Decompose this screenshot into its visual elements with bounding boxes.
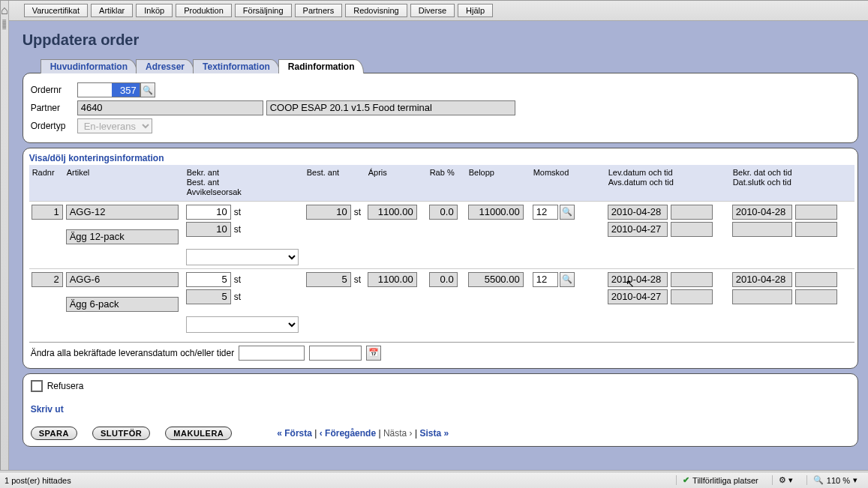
momskod-lookup-icon[interactable]: 🔍 xyxy=(560,272,575,287)
avvikelse-select[interactable] xyxy=(186,249,299,265)
momskod-lookup-icon[interactable]: 🔍 xyxy=(560,205,575,220)
pager-last[interactable]: Sista » xyxy=(419,428,449,439)
menu-partners[interactable]: Partners xyxy=(295,4,343,17)
tab-adresser[interactable]: Adresser xyxy=(136,59,194,73)
bulk-time-input[interactable] xyxy=(309,346,362,361)
avs-time xyxy=(671,222,713,237)
col-artikel: Artikel xyxy=(64,168,184,178)
tab-radinformation[interactable]: Radinformation xyxy=(278,59,365,73)
menu-forsaljning[interactable]: Försäljning xyxy=(235,4,292,17)
best-ant: 10 xyxy=(306,205,351,220)
zoom-icon[interactable]: 🔍 xyxy=(813,475,824,485)
col-bekr: Bekr. ant Best. ant Avvikelseorsak xyxy=(184,168,304,198)
col-momskod: Momskod xyxy=(530,168,605,178)
menu-redovisning[interactable]: Redovisning xyxy=(345,4,407,17)
order-header-panel: Ordernr 🔍 Partner 4640 COOP ESAP 20.1 v1… xyxy=(23,73,858,143)
tab-textinformation[interactable]: Textinformation xyxy=(193,59,280,73)
menu-produktion[interactable]: Produktion xyxy=(176,4,232,17)
lev-time-1 xyxy=(671,205,713,220)
artikel-desc: Ägg 6-pack xyxy=(66,297,179,312)
momskod-input[interactable] xyxy=(533,205,558,220)
lev-date-1: 2010-04-28 xyxy=(608,205,668,220)
unit-label: st xyxy=(234,224,241,235)
avvikelse-select[interactable] xyxy=(186,316,299,333)
radnr-value: 1 xyxy=(32,205,63,220)
calendar-icon[interactable]: 📅 xyxy=(366,346,381,361)
col-apris: Ápris xyxy=(365,168,427,178)
menu-artiklar[interactable]: Artiklar xyxy=(91,4,133,17)
bulk-date-input[interactable] xyxy=(239,346,305,361)
bekr-time-1 xyxy=(795,272,837,287)
slutk-time xyxy=(795,222,837,237)
pager-first[interactable]: « Första xyxy=(277,428,312,439)
avs-time xyxy=(671,289,713,304)
menu-diverse[interactable]: Diverse xyxy=(410,4,455,17)
page-title: Uppdatera order xyxy=(23,31,858,49)
footer-label: Ändra alla bekräftade leveransdatum och/… xyxy=(31,348,235,358)
unit-label: st xyxy=(354,207,361,217)
actions-panel: Refusera Skriv ut SPARA SLUTFÖR MAKULERA… xyxy=(23,373,858,447)
bekr-ant-input[interactable] xyxy=(186,272,231,287)
pager: « Första | ‹ Föregående | Nästa › | Sist… xyxy=(277,428,449,439)
radnr-value: 2 xyxy=(32,272,63,287)
best-ant-small: 5 xyxy=(186,289,231,304)
menu-hjalp[interactable]: Hjälp xyxy=(458,4,493,17)
bekr-time-1 xyxy=(795,205,837,220)
slutk-date xyxy=(732,222,792,237)
unit-label: st xyxy=(354,274,361,285)
grid-footer: Ändra alla bekräftade leveransdatum och/… xyxy=(29,342,854,364)
avs-date: 2010-04-27 xyxy=(608,289,668,304)
makulera-button[interactable]: MAKULERA xyxy=(165,427,232,440)
check-icon: ✔ xyxy=(683,475,689,485)
artikel-desc: Ägg 12-pack xyxy=(66,229,179,244)
status-trusted: Tillförlitliga platser xyxy=(692,476,758,485)
spara-button[interactable]: SPARA xyxy=(31,427,77,440)
status-left: 1 post(er) hittades xyxy=(5,476,71,485)
col-belopp: Belopp xyxy=(466,168,530,178)
home-icon[interactable]: ⌂ xyxy=(1,4,8,17)
refusera-checkbox[interactable] xyxy=(31,380,43,392)
status-settings-icon[interactable]: ⚙ ▾ xyxy=(772,475,799,485)
top-menu: Varucertifikat Artiklar Inköp Produktion… xyxy=(9,1,868,21)
tab-row: Huvudinformation Adresser Textinformatio… xyxy=(41,59,858,73)
col-radnr: Radnr xyxy=(29,168,64,178)
partner-name: COOP ESAP 20.1 v1.5 Food terminal xyxy=(266,100,515,115)
best-ant: 5 xyxy=(306,272,351,287)
bekr-date-1: 2010-04-28 xyxy=(732,205,792,220)
ordernr-label: Ordernr xyxy=(31,85,77,95)
ordernr-input[interactable] xyxy=(77,82,140,97)
pager-next: Nästa › xyxy=(383,428,413,439)
apris: 1100.00 xyxy=(368,205,417,220)
toggle-kontering-link[interactable]: Visa/dölj konteringsinformation xyxy=(29,153,854,163)
rab: 0.0 xyxy=(429,205,458,220)
unit-label: st xyxy=(234,274,241,285)
skriv-ut-link[interactable]: Skriv ut xyxy=(31,404,64,415)
rab: 0.0 xyxy=(429,272,458,287)
belopp: 5500.00 xyxy=(468,272,524,287)
unit-label: st xyxy=(234,207,241,217)
refusera-label: Refusera xyxy=(47,381,84,391)
grid-panel: Visa/dölj konteringsinformation Radnr Ar… xyxy=(23,148,858,369)
col-bestant: Best. ant xyxy=(304,168,365,178)
grid-row: 1 AGG-12 Ägg 12-pack st 10st 10st 1100.0… xyxy=(29,201,854,268)
menu-inkop[interactable]: Inköp xyxy=(136,4,173,17)
momskod-input[interactable] xyxy=(533,272,558,287)
ordertyp-select: En-leverans xyxy=(77,118,152,133)
slutk-time xyxy=(795,289,837,304)
tab-huvudinformation[interactable]: Huvudinformation xyxy=(41,59,137,73)
bekr-ant-input[interactable] xyxy=(186,205,231,220)
pager-prev[interactable]: ‹ Föregående xyxy=(320,428,376,439)
lev-time-1 xyxy=(671,272,713,287)
ordernr-lookup-icon[interactable]: 🔍 xyxy=(140,82,155,97)
belopp: 11000.00 xyxy=(468,205,524,220)
menu-varucertifikat[interactable]: Varucertifikat xyxy=(24,4,88,17)
partner-label: Partner xyxy=(31,103,77,113)
artikel-code: AGG-6 xyxy=(66,272,179,287)
ordertyp-label: Ordertyp xyxy=(31,121,77,131)
sidebar-gutter: ⌂ ≡≡≡ xyxy=(1,1,9,470)
slutfor-button[interactable]: SLUTFÖR xyxy=(92,427,150,440)
status-zoom: 110 % xyxy=(827,476,850,485)
lev-date-1: 2010-04-28 xyxy=(608,272,668,287)
col-rab: Rab % xyxy=(427,168,466,178)
artikel-code: AGG-12 xyxy=(66,205,179,220)
